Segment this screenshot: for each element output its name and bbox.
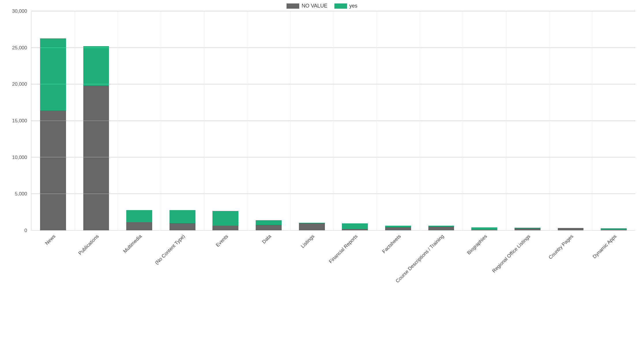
legend-swatch-yes — [334, 3, 347, 9]
bar — [601, 11, 627, 230]
legend-label-no-value: NO VALUE — [302, 3, 327, 9]
bar-category — [161, 11, 204, 230]
bar-segment-no-value — [83, 86, 109, 230]
x-label-cell: Dynamic Apps — [592, 231, 635, 294]
bar — [428, 11, 454, 230]
bar-category — [247, 11, 290, 230]
bar — [170, 11, 195, 230]
bar-segment-yes — [471, 227, 497, 230]
bar-segment-no-value — [40, 111, 66, 230]
x-label-cell: Country Pages — [549, 231, 592, 294]
x-tick-label: Factsheets — [381, 233, 402, 255]
vgridline — [75, 11, 75, 230]
bar — [471, 11, 497, 230]
vgridline — [204, 11, 204, 230]
bar-category — [75, 11, 118, 230]
bar-segment-no-value — [256, 225, 282, 230]
x-label-cell: Publications — [74, 231, 118, 294]
bar-segment-no-value — [170, 223, 195, 230]
bar-segment-no-value — [428, 227, 454, 230]
legend-label-yes: yes — [349, 3, 357, 9]
y-tick-label: 0 — [25, 228, 27, 233]
bar-segment-yes — [83, 46, 109, 86]
x-label-cell: Regional Office Listings — [506, 231, 549, 294]
bar — [83, 11, 109, 230]
bar-segment-no-value — [601, 230, 627, 230]
x-label-cell: Data — [247, 231, 290, 294]
bar — [299, 11, 325, 230]
bar — [385, 11, 411, 230]
x-label-cell: Course Descriptions / Training — [419, 231, 463, 294]
x-tick-label: Publications — [77, 233, 100, 256]
legend: NO VALUE yes — [9, 3, 635, 9]
x-tick-label: News — [44, 233, 57, 246]
x-tick-label: Dynamic Apps — [592, 233, 618, 260]
bar-category — [290, 11, 334, 230]
bar-category — [118, 11, 161, 230]
bar — [515, 11, 541, 230]
vgridline — [376, 11, 377, 230]
bar-category — [376, 11, 420, 230]
bar-category — [204, 11, 247, 230]
x-tick-label: Biographies — [466, 233, 489, 256]
bar-category — [549, 11, 592, 230]
y-tick-label: 20,000 — [12, 81, 27, 87]
y-tick-label: 25,000 — [12, 45, 27, 51]
bar-segment-yes — [212, 211, 238, 226]
vgridline — [420, 11, 420, 230]
vgridline — [161, 11, 161, 230]
bar-segment-yes — [126, 210, 152, 222]
legend-item-no-value: NO VALUE — [287, 3, 327, 9]
x-tick-label: Listings — [300, 233, 316, 249]
y-tick-label: 10,000 — [12, 155, 27, 160]
vgridline — [592, 11, 592, 230]
x-label-cell: News — [31, 231, 74, 294]
bar — [342, 11, 368, 230]
bar-segment-no-value — [212, 226, 238, 230]
bar-segment-no-value — [385, 227, 411, 230]
bar — [558, 11, 584, 230]
legend-item-yes: yes — [334, 3, 357, 9]
x-label-cell: Multimedia — [117, 231, 161, 294]
vgridline — [549, 11, 549, 230]
bar-segment-yes — [342, 223, 368, 229]
bar — [126, 11, 152, 230]
vgridline — [506, 11, 506, 230]
vgridline — [334, 11, 334, 230]
x-axis: NewsPublicationsMultimedia(No Content Ty… — [31, 231, 635, 294]
vgridline — [247, 11, 247, 230]
x-tick-label: Data — [261, 233, 273, 245]
y-tick-label: 5,000 — [15, 191, 27, 197]
vgridline — [290, 11, 291, 230]
x-label-cell: Financial Reports — [333, 231, 376, 294]
bar — [212, 11, 238, 230]
bar — [256, 11, 282, 230]
bar-category — [420, 11, 463, 230]
bar-category — [463, 11, 506, 230]
x-tick-label: Multimedia — [122, 233, 143, 254]
y-tick-label: 15,000 — [12, 118, 27, 124]
plot — [31, 11, 635, 231]
bar-category — [592, 11, 635, 230]
bar-segment-yes — [256, 220, 282, 225]
legend-swatch-no-value — [287, 3, 299, 9]
bar-segment-yes — [40, 38, 66, 111]
bar-segment-no-value — [342, 229, 368, 230]
x-label-cell: Events — [204, 231, 247, 294]
bar-segment-no-value — [471, 230, 497, 230]
vgridline — [118, 11, 118, 230]
y-axis: 05,00010,00015,00020,00025,00030,000 — [9, 11, 31, 231]
bar — [40, 11, 66, 230]
bar-category — [31, 11, 75, 230]
bar-segment-no-value — [126, 222, 152, 230]
x-label-cell: (No Content Type) — [161, 231, 204, 294]
x-label-cell: Listings — [290, 231, 333, 294]
chart-plot-area: 05,00010,00015,00020,00025,00030,000 — [9, 11, 635, 231]
bar-segment-yes — [170, 210, 195, 223]
vgridline — [463, 11, 463, 230]
bar-segment-no-value — [515, 228, 541, 230]
x-tick-label: Country Pages — [548, 233, 575, 261]
bar-segment-no-value — [299, 223, 325, 230]
x-tick-label: Events — [215, 233, 229, 248]
y-tick-label: 30,000 — [12, 8, 27, 14]
